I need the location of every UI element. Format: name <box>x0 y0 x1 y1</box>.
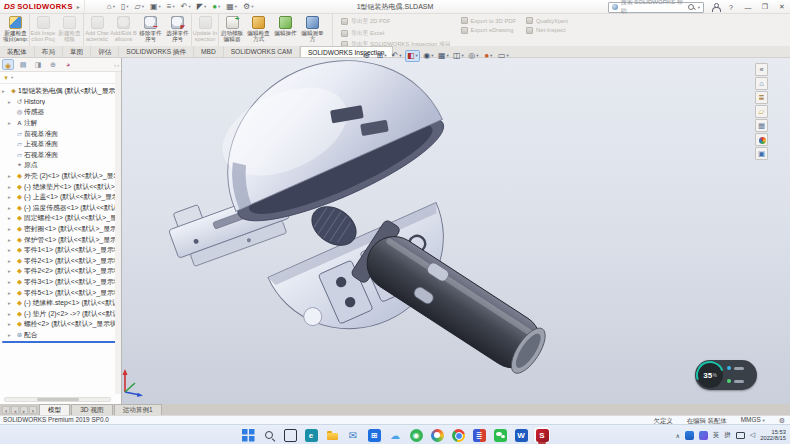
command-tab[interactable]: MBD <box>194 46 224 57</box>
taskbar-app-button[interactable] <box>492 427 508 443</box>
quick-access-button[interactable]: ▾ <box>135 0 144 13</box>
document-tab[interactable]: 模型 <box>39 404 70 415</box>
expand-arrow-icon[interactable] <box>8 237 15 243</box>
tree-item-row[interactable]: (-) 绝缘垫片<1> (默认<<默认>_显示 <box>0 181 121 192</box>
tree-item-row[interactable]: 传感器 <box>0 107 121 118</box>
export-menu-item[interactable]: Export eDrawing <box>461 27 516 34</box>
quick-access-button[interactable]: ▾ <box>197 0 206 13</box>
taskbar-app-button[interactable] <box>324 427 340 443</box>
ribbon-button[interactable]: Add Characteristic <box>83 14 110 46</box>
command-tab[interactable]: 装配体 <box>0 46 35 57</box>
expand-arrow-icon[interactable] <box>8 205 15 211</box>
ribbon-button[interactable]: 编辑检查方式 <box>245 14 272 46</box>
ribbon-button[interactable]: 编辑测量方 <box>299 14 326 46</box>
quick-access-button[interactable]: ▾ <box>167 0 175 13</box>
view-tool-button[interactable] <box>422 50 435 62</box>
user-account-icon[interactable] <box>711 3 719 12</box>
quick-access-button[interactable]: ▾ <box>226 0 237 13</box>
rollback-bar[interactable] <box>2 341 119 343</box>
ribbon-button[interactable]: 移除零件序号 <box>137 14 164 46</box>
command-tab[interactable]: 布局 <box>35 46 63 57</box>
tree-root-row[interactable]: 1型铠装热电偶 (默认<默认_显示状态-1 <box>0 86 121 97</box>
tree-item-row[interactable]: (-) 温度传感器<1> (默认<<默认>_显 <box>0 203 121 214</box>
minimize-button[interactable]: — <box>743 4 753 11</box>
view-tool-button[interactable] <box>467 50 480 62</box>
command-tab[interactable]: SOLIDWORKS 插件 <box>119 46 194 57</box>
taskbar-app-button[interactable] <box>240 427 256 443</box>
filter-caret-icon[interactable]: ▾ <box>11 75 13 80</box>
taskbar-app-button[interactable]: ◉ <box>408 427 424 443</box>
search-input[interactable]: 搜索 SOLIDWORKS 帮助 ▾ <box>608 2 704 13</box>
taskbar-app-button[interactable]: e <box>303 427 319 443</box>
expand-arrow-icon[interactable] <box>8 268 15 274</box>
expand-arrow-icon[interactable] <box>8 226 15 232</box>
command-tab[interactable]: SOLIDWORKS CAM <box>224 46 300 57</box>
expand-arrow-icon[interactable] <box>2 88 9 94</box>
quick-access-button[interactable]: ▾ <box>150 0 161 13</box>
taskbar-app-button[interactable]: ☁ <box>387 427 403 443</box>
tree-item-row[interactable]: 注解 <box>0 118 121 129</box>
tree-item-row[interactable]: 前视基准面 <box>0 128 121 139</box>
tree-item-row[interactable]: 右视基准面 <box>0 150 121 161</box>
ribbon-button[interactable]: 新建检查模板 <box>56 14 83 46</box>
assembly-3d-model[interactable] <box>122 58 790 404</box>
task-pane-button[interactable] <box>755 147 768 160</box>
expand-arrow-icon[interactable] <box>8 279 15 285</box>
panel-tab[interactable] <box>17 59 29 70</box>
task-pane-button[interactable] <box>755 63 768 76</box>
clock[interactable]: 15:53 2022/8/15 <box>760 429 786 442</box>
filter-funnel-icon[interactable]: ▼ <box>3 75 9 81</box>
task-pane-button[interactable] <box>755 119 768 132</box>
panel-tab[interactable] <box>62 59 74 70</box>
expand-arrow-icon[interactable] <box>8 99 15 105</box>
tab-scroll-first-icon[interactable]: ⏴ <box>2 406 10 414</box>
expand-arrow-icon[interactable] <box>8 215 15 221</box>
expand-arrow-icon[interactable] <box>8 194 15 200</box>
taskbar-app-button[interactable] <box>261 427 277 443</box>
panel-tab[interactable] <box>32 59 44 70</box>
view-tool-button[interactable] <box>482 50 495 62</box>
speaker-icon[interactable]: ◁ <box>750 431 755 439</box>
expand-arrow-icon[interactable] <box>8 184 15 190</box>
recorder-progress-badge[interactable]: 35% <box>697 362 723 388</box>
export-menu-item[interactable]: QualityXpert <box>526 17 568 24</box>
view-tool-button[interactable] <box>375 50 388 62</box>
tree-item-row[interactable]: 螺栓<2> (默认<<默认>_显示状态 <box>0 319 121 330</box>
export-menu-item[interactable]: 导出至 Excel <box>341 29 451 38</box>
screen-recorder-widget[interactable]: 35% <box>695 360 757 390</box>
view-tool-button[interactable] <box>497 50 510 62</box>
recorder-button-icon[interactable] <box>734 380 744 383</box>
quick-access-button[interactable]: ▾ <box>243 0 253 13</box>
tree-item-row[interactable]: History <box>0 97 121 108</box>
tree-item-row[interactable]: 零件1<1> (默认<<默认>_显示状态- <box>0 245 121 256</box>
ime-language-indicator[interactable]: 英 <box>713 431 720 440</box>
help-button[interactable]: ? <box>726 4 736 11</box>
tree-item-row[interactable]: 原点 <box>0 160 121 171</box>
tree-item-row[interactable]: 固定螺栓<1> (默认<<默认>_显示状 <box>0 213 121 224</box>
tree-item-row[interactable]: 密封圈<1> (默认<<默认>_显示状态 <box>0 224 121 235</box>
tree-item-row[interactable]: 外壳 (2)<1> (默认<<默认>_显示状态 <box>0 171 121 182</box>
tree-filter-bar[interactable]: ▼ ▾ <box>0 72 121 84</box>
tree-item-row[interactable]: 零件3<1> (默认<<默认>_显示状态 <box>0 277 121 288</box>
quick-access-button[interactable]: ▾ <box>181 0 191 13</box>
tree-item-row[interactable]: 保护管<1> (默认<<默认>_显示状态 <box>0 234 121 245</box>
expand-arrow-icon[interactable] <box>8 173 15 179</box>
task-pane-button[interactable] <box>755 91 768 104</box>
recorder-row-1[interactable] <box>727 363 744 373</box>
tab-scroll-next-icon[interactable]: ▸ <box>20 406 28 414</box>
ime-pinyin-indicator[interactable]: 拼 <box>724 431 731 440</box>
panel-vertical-scrollbar[interactable] <box>115 72 121 394</box>
tree-item-row[interactable]: (-) 绝缘棒.step<1> (默认<<默认>_ <box>0 298 121 309</box>
network-monitor-icon[interactable] <box>736 432 745 439</box>
expand-arrow-icon[interactable] <box>8 120 15 126</box>
taskbar-app-button[interactable] <box>282 427 298 443</box>
ribbon-button[interactable]: Update Inspection Project <box>191 14 218 46</box>
taskbar-app-button[interactable]: ≣ <box>471 427 487 443</box>
view-tool-button[interactable] <box>360 50 373 62</box>
tree-item-row[interactable]: 配合 <box>0 330 121 341</box>
view-tool-button[interactable] <box>452 50 465 62</box>
tray-overflow-chevron-icon[interactable]: ∧ <box>675 432 679 439</box>
view-tool-button[interactable] <box>390 50 403 62</box>
search-caret-icon[interactable]: ▾ <box>698 5 700 10</box>
document-tab[interactable]: 3D 视图 <box>71 404 112 415</box>
